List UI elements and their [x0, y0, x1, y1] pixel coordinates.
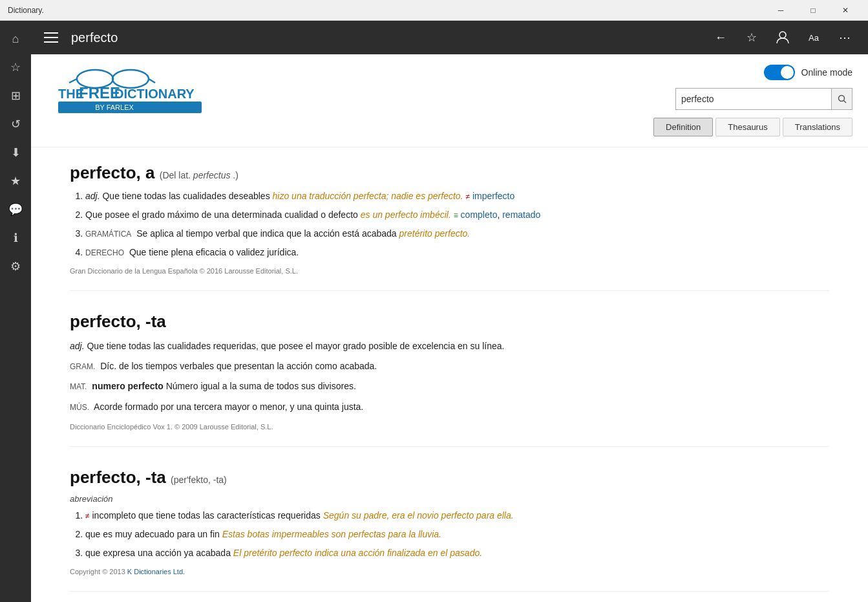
nav-actions: ← ☆ Aa ⋯	[708, 25, 858, 50]
adj-label: adj.	[85, 191, 100, 201]
example-3-1: Según su padre, era el novio perfecto pa…	[323, 510, 514, 521]
entry-3-title: perfecto, -ta (per'fekto, -ta)	[70, 468, 829, 488]
svg-line-4	[69, 79, 77, 83]
definition-item: DERECHO Que tiene plena eficacia o valid…	[85, 246, 829, 259]
grammar-label: GRAMÁTICA	[85, 230, 131, 239]
mus-label: MÚS.	[70, 403, 89, 412]
example-text-2: es un perfecto imbécil.	[361, 210, 451, 220]
def-3-2-text: que es muy adecuado para un fin	[85, 529, 222, 539]
entry-3-definitions: ≠ incompleto que tiene todas las caracte…	[85, 509, 829, 560]
maximize-button[interactable]: □	[798, 0, 828, 21]
sidebar-item-favorites[interactable]: ☆	[3, 54, 28, 80]
antonym-icon-3: ≠	[85, 511, 90, 521]
definition-item: GRAMÁTICA Se aplica al tiempo verbal que…	[85, 227, 829, 241]
hamburger-button[interactable]	[41, 28, 61, 47]
search-box	[675, 88, 852, 110]
k-dictionaries-link[interactable]: K Dictionaries Ltd.	[127, 568, 185, 575]
def-text-4: Que tiene plena eficacia o validez juríd…	[129, 247, 299, 257]
bookmark-button[interactable]: ☆	[739, 25, 765, 50]
def-text-2: Que posee el grado máximo de una determi…	[85, 210, 361, 220]
entry-2: perfecto, -ta adj. Que tiene todas las c…	[70, 312, 829, 447]
nav-title: perfecto	[71, 30, 697, 45]
logo-area: THE FREE DICTIONARY BY FARLEX	[47, 65, 215, 119]
synonym-icon: ≡	[454, 211, 458, 220]
svg-text:DICTIONARY: DICTIONARY	[114, 87, 195, 101]
antonym-icon: ≠	[465, 192, 470, 201]
entry-3: perfecto, -ta (per'fekto, -ta) abreviaci…	[70, 468, 829, 592]
sidebar-item-download[interactable]: ⬇	[3, 140, 28, 166]
antonym-link[interactable]: imperfecto	[472, 191, 514, 201]
entry-2-title: perfecto, -ta	[70, 312, 829, 332]
entry-1: perfecto, a (Del lat. perfectus .) adj. …	[70, 163, 829, 291]
entry-1-word: perfecto, a	[70, 163, 155, 182]
online-mode-label: Online mode	[801, 67, 852, 78]
derecho-label: DERECHO	[85, 248, 124, 257]
main-container: ⌂ ☆ ⊞ ↺ ⬇ ★ 💬 ℹ ⚙ perfecto ← ☆	[0, 21, 868, 602]
example-text: hizo una traducción perfecta; nadie es p…	[273, 191, 463, 201]
sidebar-item-grid[interactable]: ⊞	[3, 83, 28, 109]
sidebar-item-info[interactable]: ℹ	[3, 225, 28, 251]
def-text: Que tiene todas las cualidades deseables	[102, 191, 272, 201]
definition-item-3-2: que es muy adecuado para un fin Estas bo…	[85, 528, 829, 541]
entry-1-definitions: adj. Que tiene todas las cualidades dese…	[85, 189, 829, 259]
definition-item-3-3: que expresa una acción ya acabada El pre…	[85, 546, 829, 560]
window-controls: ─ □ ✕	[766, 0, 860, 21]
online-mode-row: Online mode	[764, 65, 852, 80]
example-text-3: pretérito perfecto.	[399, 228, 471, 239]
synonym-link-completo[interactable]: completo	[461, 210, 498, 220]
abreviacion-label: abreviación	[70, 494, 829, 504]
para-gram: GRAM. Díc. de los tiempos verbales que p…	[70, 358, 829, 374]
entry-3-pronunciation: (per'fekto, -ta)	[171, 475, 227, 485]
header-right: Online mode Definition Thesaurus	[230, 65, 852, 136]
app-title: Dictionary.	[8, 6, 44, 15]
search-icon	[838, 94, 847, 103]
hamburger-line1	[44, 32, 58, 34]
close-button[interactable]: ✕	[831, 0, 860, 21]
definition-item: adj. Que tiene todas las cualidades dese…	[85, 189, 829, 203]
example-3-3: El pretérito perfecto indica una acción …	[233, 548, 482, 558]
tab-definition[interactable]: Definition	[653, 118, 713, 136]
para-mat: MAT. numero perfecto Número igual a la s…	[70, 378, 829, 394]
para-mus: MÚS. Acorde formado por una tercera mayo…	[70, 399, 829, 415]
definition-item-3-1: ≠ incompleto que tiene todas las caracte…	[85, 509, 829, 522]
sidebar-item-star[interactable]: ★	[3, 168, 28, 194]
back-button[interactable]: ←	[708, 25, 734, 50]
content-area: perfecto ← ☆ Aa ⋯	[31, 21, 868, 602]
numero-perfecto-bold: numero perfecto	[92, 381, 163, 391]
synonym-link-rematado[interactable]: rematado	[502, 210, 540, 220]
example-3-2: Estas botas impermeables son perfectas p…	[222, 529, 441, 539]
def-3-3-text: que expresa una acción ya acabada	[85, 548, 233, 558]
entry-1-title: perfecto, a (Del lat. perfectus .)	[70, 163, 829, 183]
def-3-1-text: incompleto que tiene todas las caracterí…	[92, 510, 323, 521]
sidebar-item-chat[interactable]: 💬	[3, 197, 28, 222]
minimize-button[interactable]: ─	[766, 0, 796, 21]
mat-label: MAT.	[70, 382, 87, 391]
sidebar-item-home[interactable]: ⌂	[3, 26, 28, 52]
hamburger-line3	[44, 41, 58, 43]
entry-3-source: Copyright © 2013 K Dictionaries Ltd.	[70, 568, 829, 575]
content-header: THE FREE DICTIONARY BY FARLEX Online mod…	[31, 54, 868, 147]
def-text-3: Se aplica al tiempo verbal que indica qu…	[136, 228, 399, 239]
sidebar-item-history[interactable]: ↺	[3, 111, 28, 137]
sidebar-item-settings[interactable]: ⚙	[3, 253, 28, 279]
scroll-content[interactable]: perfecto, a (Del lat. perfectus .) adj. …	[31, 147, 868, 602]
tab-thesaurus[interactable]: Thesaurus	[715, 118, 779, 136]
tabs-row: Definition Thesaurus Translations	[653, 118, 852, 136]
entry-2-source: Diccionario Enciclopédico Vox 1. © 2009 …	[70, 423, 829, 431]
search-button[interactable]	[831, 89, 852, 109]
logo-svg: THE FREE DICTIONARY BY FARLEX	[47, 65, 215, 116]
person-button[interactable]	[770, 25, 796, 50]
svg-point-0	[779, 32, 786, 38]
entry-3-word: perfecto, -ta	[70, 468, 166, 487]
hamburger-line2	[44, 37, 58, 38]
entry-2-word: perfecto, -ta	[70, 312, 166, 331]
definition-item: Que posee el grado máximo de una determi…	[85, 208, 829, 222]
tab-translations[interactable]: Translations	[783, 118, 852, 136]
entry-1-suffix: (Del lat. perfectus .)	[160, 170, 238, 180]
search-input[interactable]	[676, 89, 831, 109]
more-button[interactable]: ⋯	[832, 25, 858, 50]
font-size-button[interactable]: Aa	[801, 25, 827, 50]
online-mode-toggle[interactable]	[764, 65, 795, 80]
para-adj: adj. Que tiene todas las cualidades requ…	[70, 338, 829, 354]
navbar: perfecto ← ☆ Aa ⋯	[31, 21, 868, 54]
